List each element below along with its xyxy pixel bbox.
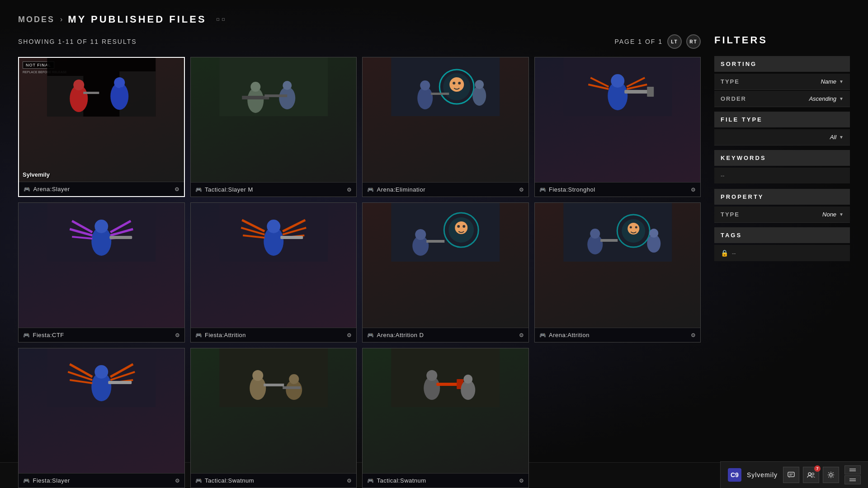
card3-art	[363, 57, 528, 116]
card4-art	[535, 57, 701, 116]
file-card-7[interactable]: 🎮 Arena:Attrition D ⚙	[362, 202, 529, 343]
file-card-5-label: 🎮 Fiesta:CTF	[23, 332, 64, 338]
settings-icon-4[interactable]: ⚙	[691, 187, 696, 193]
file-type-header: FILE TYPE	[714, 112, 850, 127]
file-card-10-label: 🎮 Tactical:Swatnum	[195, 477, 255, 484]
card11-art	[363, 348, 528, 407]
svg-rect-37	[624, 90, 649, 94]
gamepad-icon-9: 🎮	[23, 478, 30, 484]
filetype-dropdown-arrow: ▼	[839, 135, 844, 140]
svg-point-81	[94, 365, 108, 379]
file-card-10[interactable]: 🎮 Tactical:Swatnum ⚙	[190, 348, 357, 488]
svg-point-4	[73, 80, 84, 90]
svg-point-98	[426, 370, 437, 381]
file-card-2[interactable]: 🎮 Tactical:Slayer M ⚙	[190, 57, 357, 197]
file-card-5[interactable]: 🎮 Fiesta:CTF ⚙	[18, 202, 185, 343]
file-card-1-footer: 🎮 Arena:Slayer ⚙	[19, 182, 184, 196]
svg-rect-59	[391, 203, 500, 262]
files-grid: NOT FINAL REPLACE BEFORE RELEASE	[18, 57, 701, 488]
file-card-6-footer: 🎮 Fiesta:Attrition ⚙	[191, 328, 357, 342]
owner-label: Sylvemily	[23, 171, 50, 178]
settings-icon-10[interactable]: ⚙	[347, 478, 352, 484]
settings-icon-5[interactable]: ⚙	[175, 332, 180, 338]
tags-row: 🔒 --	[714, 245, 850, 261]
file-card-4-image	[535, 57, 701, 182]
file-card-8-footer: 🎮 Arena:Attrition ⚙	[535, 328, 701, 342]
svg-point-63	[457, 225, 460, 228]
tags-value: --	[732, 250, 736, 257]
file-card-7-footer: 🎮 Arena:Attrition D ⚙	[363, 328, 528, 342]
page-lt-btn[interactable]: LT	[667, 34, 682, 49]
file-card-8-label: 🎮 Arena:Attrition	[539, 332, 590, 338]
settings-icon-11[interactable]: ⚙	[519, 478, 524, 484]
file-card-8[interactable]: 🎮 Arena:Attrition ⚙	[534, 202, 701, 343]
breadcrumb-separator: ›	[60, 15, 62, 23]
filters-panel: FILTERS SORTING TYPE Name ▼ ORDER Ascend…	[714, 34, 850, 488]
svg-point-66	[415, 229, 426, 240]
svg-point-78	[649, 229, 658, 238]
svg-point-23	[453, 82, 455, 84]
page-rt-btn[interactable]: RT	[686, 34, 701, 49]
settings-icon-7[interactable]: ⚙	[519, 332, 524, 338]
file-card-6[interactable]: 🎮 Fiesta:Attrition ⚙	[190, 202, 357, 343]
file-card-4-label: 🎮 Fiesta:Stronghol	[539, 186, 595, 193]
sorting-header: SORTING	[714, 56, 850, 72]
file-card-9[interactable]: 🎮 Fiesta:Slayer ⚙	[18, 348, 185, 488]
settings-icon-1[interactable]: ⚙	[175, 186, 179, 192]
filters-title: FILTERS	[714, 34, 850, 50]
svg-point-102	[463, 375, 472, 384]
card9-art	[19, 348, 184, 407]
file-card-6-label: 🎮 Fiesta:Attrition	[195, 332, 246, 338]
gamepad-icon-8: 🎮	[539, 332, 547, 338]
gamepad-icon-2: 🎮	[195, 187, 203, 193]
keywords-header: KEYWORDS	[714, 150, 850, 166]
results-header: SHOWING 1-11 OF 11 RESULTS PAGE 1 OF 1 L…	[18, 34, 701, 49]
settings-icon-3[interactable]: ⚙	[519, 187, 524, 193]
file-card-3[interactable]: 🎮 Arena:Eliminatior ⚙	[362, 57, 529, 197]
svg-rect-48	[109, 236, 132, 239]
gamepad-icon-3: 🎮	[367, 187, 374, 193]
svg-rect-95	[283, 386, 301, 389]
settings-icon-9[interactable]: ⚙	[175, 478, 180, 484]
filter-order-row[interactable]: ORDER Ascending ▼	[714, 91, 850, 107]
file-card-5-image	[19, 203, 184, 328]
svg-point-29	[475, 80, 484, 89]
filter-property-type-value[interactable]: None ▼	[822, 211, 844, 218]
filter-order-value[interactable]: Ascending ▼	[809, 95, 844, 102]
svg-point-14	[250, 82, 260, 92]
file-card-8-image	[535, 203, 701, 328]
file-card-9-label: 🎮 Fiesta:Slayer	[23, 477, 70, 484]
card1-art	[19, 58, 184, 117]
file-card-5-footer: 🎮 Fiesta:CTF ⚙	[19, 328, 184, 342]
svg-rect-18	[264, 94, 287, 97]
keywords-value: --	[714, 168, 850, 183]
gamepad-icon-4: 🎮	[539, 187, 547, 193]
card5-art	[19, 203, 184, 262]
filter-type-row[interactable]: TYPE Name ▼	[714, 74, 850, 90]
file-card-1[interactable]: NOT FINAL REPLACE BEFORE RELEASE	[18, 57, 185, 197]
lock-icon: 🔒	[721, 249, 728, 257]
settings-icon-2[interactable]: ⚙	[347, 187, 352, 193]
file-card-11[interactable]: 🎮 Tactical:Swatnum ⚙	[362, 348, 529, 488]
filter-type-value[interactable]: Name ▼	[821, 78, 844, 85]
file-card-9-footer: 🎮 Fiesta:Slayer ⚙	[19, 473, 184, 488]
settings-icon-6[interactable]: ⚙	[347, 332, 352, 338]
svg-rect-88	[108, 381, 132, 384]
property-header: PROPERTY	[714, 189, 850, 205]
svg-point-32	[611, 74, 624, 88]
gamepad-icon-1: 🎮	[24, 186, 31, 192]
settings-icon-8[interactable]: ⚙	[691, 332, 696, 338]
svg-rect-92	[264, 384, 284, 386]
card7-art	[363, 203, 528, 262]
svg-point-51	[267, 220, 280, 233]
filter-filetype-row[interactable]: All ▼	[714, 129, 850, 145]
filter-filetype-value[interactable]: All ▼	[830, 134, 844, 141]
gamepad-icon-10: 🎮	[195, 478, 203, 484]
filter-order-label: ORDER	[721, 95, 746, 102]
file-card-10-footer: 🎮 Tactical:Swatnum ⚙	[191, 473, 357, 488]
svg-point-16	[279, 87, 295, 109]
file-card-3-image	[363, 57, 528, 182]
file-card-7-label: 🎮 Arena:Attrition D	[367, 332, 424, 338]
file-card-4[interactable]: 🎮 Fiesta:Stronghol ⚙	[534, 57, 701, 197]
filter-property-type-row[interactable]: TYPE None ▼	[714, 206, 850, 223]
